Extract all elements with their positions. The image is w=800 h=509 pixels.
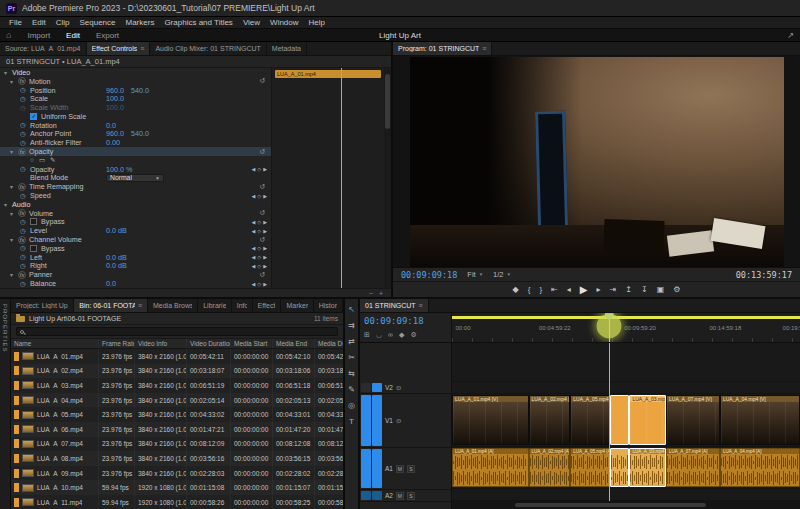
column-header-media-end[interactable]: Media End <box>273 339 315 348</box>
stopwatch-icon[interactable]: ◷ <box>20 104 30 112</box>
work-area-bar[interactable] <box>452 316 800 319</box>
stopwatch-icon[interactable]: ◷ <box>20 244 30 252</box>
ec-row-opacity[interactable]: ◷Opacity100.0 %◀◇▶ <box>0 165 271 174</box>
menu-view[interactable]: View <box>238 18 265 27</box>
audio-clip[interactable] <box>610 448 629 487</box>
workspace-tab-edit[interactable]: Edit <box>58 29 88 41</box>
hand-tool[interactable]: ◎ <box>346 400 357 410</box>
checkbox[interactable] <box>30 113 37 120</box>
step-forward-icon[interactable]: ▸ <box>597 285 601 294</box>
menu-help[interactable]: Help <box>304 18 330 27</box>
tab-source-lua-a-01-mp4[interactable]: Source: LUA_A_01.mp4 <box>0 42 87 55</box>
source-patch-v2[interactable] <box>361 383 371 392</box>
playhead-line[interactable] <box>609 343 610 501</box>
reset-effect-icon[interactable]: ↺ <box>259 77 265 85</box>
tab-01-stringcut[interactable]: 01 STRINGCUT≡ <box>360 299 429 312</box>
workspace-tab-import[interactable]: Import <box>19 29 58 41</box>
previous-keyframe-icon[interactable]: ◀ <box>251 228 255 234</box>
panel-menu-icon[interactable]: ≡ <box>138 302 142 309</box>
ec-row-blend-mode[interactable]: Blend ModeNormal▼ <box>0 174 271 183</box>
column-header-media-start[interactable]: Media Start <box>231 339 273 348</box>
zoom-level-select[interactable]: Fit ▼ <box>467 270 483 279</box>
stopwatch-icon[interactable]: ◷ <box>20 165 30 173</box>
tab-project-light-up-art[interactable]: Project: Light Up Art <box>11 299 74 312</box>
ec-row-balance[interactable]: ◷Balance0.0◀◇▶ <box>0 279 271 288</box>
pen-mask-icon[interactable]: ✎ <box>50 156 55 164</box>
reset-effect-icon[interactable]: ↺ <box>259 148 265 156</box>
table-row[interactable]: LUA_A_04.mp423.976 fps3840 x 2160 (1.0)0… <box>11 393 343 408</box>
video-clip[interactable] <box>610 395 629 446</box>
add-marker-icon[interactable]: ◆ <box>513 285 519 294</box>
source-patch-a1[interactable] <box>361 449 371 488</box>
tab-history[interactable]: History <box>314 299 343 312</box>
track-target-v1[interactable] <box>372 395 382 446</box>
stopwatch-icon[interactable]: ◷ <box>20 130 30 138</box>
tab-libraries[interactable]: Libraries <box>198 299 232 312</box>
menu-graphics-and-titles[interactable]: Graphics and Titles <box>159 18 237 27</box>
track-header-v2[interactable]: V2⊙ <box>360 382 451 394</box>
twirl-down-icon[interactable]: ▾ <box>10 271 18 278</box>
audio-clip[interactable]: LUA_A_04.mp4 [A] <box>720 448 800 487</box>
twirl-down-icon[interactable]: ▾ <box>10 210 18 217</box>
reset-effect-icon[interactable]: ↺ <box>259 183 265 191</box>
ec-keyframe-area[interactable]: LUA_A_01.mp4 <box>272 68 384 288</box>
pen-tool[interactable]: ✎ <box>346 384 357 394</box>
twirl-down-icon[interactable]: ▾ <box>10 78 18 85</box>
table-row[interactable]: LUA_A_05.mp423.976 fps3840 x 2160 (1.0)0… <box>11 407 343 422</box>
ec-row-scale-width[interactable]: ◷Scale Width100.0 <box>0 103 271 112</box>
ec-row-motion[interactable]: ▾fxMotion↺ <box>0 77 271 86</box>
panel-menu-icon[interactable]: ≡ <box>482 45 486 52</box>
next-keyframe-icon[interactable]: ▶ <box>263 193 267 199</box>
timeline-ruler[interactable]: 00:0000:04:59:2200:09:59:2000:14:59:1800… <box>452 313 800 342</box>
tab-program-01-stringcut[interactable]: Program: 01 STRINGCUT≡ <box>393 42 492 55</box>
ec-row-uniform-scale[interactable]: Uniform Scale <box>0 112 271 121</box>
stopwatch-icon[interactable]: ◷ <box>20 95 30 103</box>
ec-row-tools[interactable]: ○▭✎ <box>0 156 271 165</box>
audio-clip[interactable]: LUA_A_07.mp4 [A] <box>666 448 720 487</box>
toggle-track-output-icon[interactable]: ⊙ <box>396 417 401 425</box>
mute-track-button[interactable]: M <box>396 465 404 473</box>
extract-icon[interactable]: ↧ <box>641 285 648 294</box>
add-keyframe-icon[interactable]: ◇ <box>257 245 261 251</box>
param-value[interactable]: 100.0 <box>106 103 124 112</box>
add-keyframe-icon[interactable]: ◇ <box>257 219 261 225</box>
stopwatch-icon[interactable]: ◷ <box>20 218 30 226</box>
param-value[interactable]: 540.0 <box>131 86 149 95</box>
twirl-down-icon[interactable]: ▾ <box>10 183 18 190</box>
param-value[interactable]: 0.0 dB <box>106 226 127 235</box>
go-to-out-icon[interactable]: ⇥ <box>610 285 617 294</box>
snap-icon[interactable]: ◡ <box>376 331 382 339</box>
collapsed-panel-strip[interactable]: PROPERTIES <box>0 299 11 509</box>
timeline-tracks-area[interactable]: LUA_A_01.mp4 [V]LUA_A_02.mp4 [V]LUA_A_05… <box>452 343 800 509</box>
tab-bin-06-01-footage[interactable]: Bin: 06-01 FOOTAGE≡ <box>74 299 148 312</box>
toggle-track-output-icon[interactable]: ⊙ <box>396 384 401 392</box>
ec-row-panner[interactable]: ▾fxPanner↺ <box>0 270 271 279</box>
mute-track-button[interactable]: M <box>396 492 404 500</box>
track-header-v1[interactable]: V1⊙ <box>360 394 451 448</box>
ec-mini-clip-bar[interactable]: LUA_A_01.mp4 <box>275 70 381 78</box>
video-clip[interactable]: LUA_A_04.mp4 [V] <box>720 395 800 446</box>
stopwatch-icon[interactable]: ◷ <box>20 192 30 200</box>
param-value[interactable]: 960.0 <box>106 129 124 138</box>
previous-keyframe-icon[interactable]: ◀ <box>251 166 255 172</box>
ec-row-video[interactable]: ▾Video <box>0 68 271 77</box>
ec-row-position[interactable]: ◷Position960.0540.0 <box>0 86 271 95</box>
param-value[interactable]: 0.0 dB <box>106 261 127 270</box>
ec-scrollbar[interactable] <box>384 68 391 288</box>
reset-effect-icon[interactable]: ↺ <box>259 236 265 244</box>
lift-icon[interactable]: ↥ <box>625 285 632 294</box>
menu-markers[interactable]: Markers <box>121 18 160 27</box>
menu-window[interactable]: Window <box>265 18 303 27</box>
track-a2[interactable] <box>452 489 800 501</box>
ec-row-speed[interactable]: ◷Speed◀◇▶ <box>0 191 271 200</box>
reset-effect-icon[interactable]: ↺ <box>259 271 265 279</box>
column-header-video-info[interactable]: Video Info <box>135 339 187 348</box>
video-clip[interactable]: LUA_A_03.mp4 [V] <box>629 395 666 446</box>
column-header-media-duration[interactable]: Media Duration <box>315 339 343 348</box>
checkbox[interactable] <box>30 218 37 225</box>
video-clip[interactable]: LUA_A_07.mp4 [V] <box>666 395 720 446</box>
table-row[interactable]: LUA_A_07.mp423.976 fps3840 x 2160 (1.0)0… <box>11 437 343 452</box>
play-icon[interactable]: ▶ <box>580 284 588 295</box>
table-row[interactable]: LUA_A_10.mp459.94 fps1920 x 1080 (1.0)00… <box>11 480 343 495</box>
export-frame-icon[interactable]: ▣ <box>657 285 665 294</box>
